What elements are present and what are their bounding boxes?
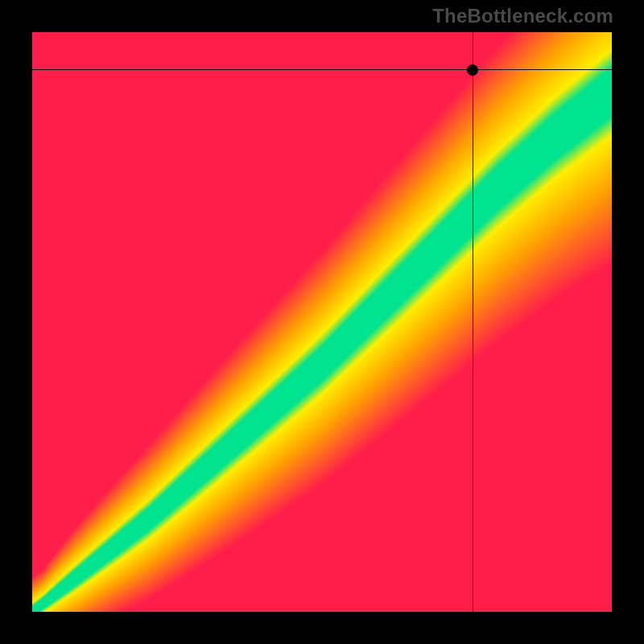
chart-container: TheBottleneck.com [0, 0, 644, 644]
watermark-text: TheBottleneck.com [432, 5, 613, 27]
heatmap-plot [32, 32, 612, 612]
heatmap-canvas [32, 32, 612, 612]
